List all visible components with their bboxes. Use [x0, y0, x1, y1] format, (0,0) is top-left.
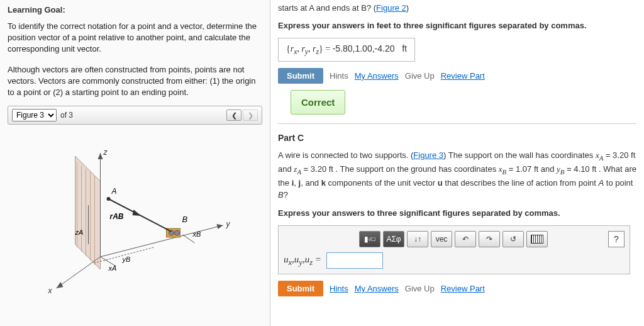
- svg-text:zA: zA: [75, 228, 84, 236]
- part-b-answer-box: {rx, ry, rz} = -5.80,1.00,-4.20 ft: [278, 38, 415, 62]
- separator: [278, 123, 636, 124]
- learning-goal-title: Learning Goal:: [8, 5, 262, 14]
- figure-3-link[interactable]: Figure 3: [413, 150, 443, 160]
- my-answers-link-b[interactable]: My Answers: [355, 71, 399, 81]
- answer-input-c[interactable]: [326, 252, 383, 269]
- part-c-header: Part C: [278, 133, 636, 143]
- svg-text:yB: yB: [122, 256, 131, 263]
- figure-image: z x y A yB B xB rAB: [8, 131, 262, 295]
- give-up-link-b[interactable]: Give Up: [405, 71, 435, 81]
- svg-text:y: y: [226, 220, 231, 228]
- svg-text:B: B: [182, 215, 188, 224]
- undo-button[interactable]: ↶: [455, 231, 476, 247]
- svg-marker-13: [217, 224, 223, 229]
- svg-text:rAB: rAB: [110, 212, 124, 221]
- svg-text:xA: xA: [108, 264, 117, 272]
- hints-link-c[interactable]: Hints: [330, 284, 348, 293]
- subscript-tool-button[interactable]: ↓↑: [407, 231, 428, 247]
- svg-text:xB: xB: [192, 230, 201, 238]
- svg-marker-0: [75, 156, 101, 269]
- help-button[interactable]: ?: [608, 231, 625, 247]
- svg-marker-7: [98, 153, 103, 159]
- my-answers-link-c[interactable]: My Answers: [355, 284, 399, 293]
- hints-link-b[interactable]: Hints: [330, 71, 348, 81]
- greek-tool-button[interactable]: ΑΣφ: [383, 231, 404, 247]
- svg-marker-26: [133, 210, 142, 216]
- svg-line-12: [101, 225, 223, 257]
- figure-select[interactable]: Figure 3: [12, 109, 57, 121]
- give-up-link-c[interactable]: Give Up: [405, 284, 435, 293]
- review-part-link-c[interactable]: Review Part: [441, 284, 485, 293]
- part-c-description: A wire is connected to two supports. (Fi…: [278, 149, 636, 201]
- figure-toolbar: Figure 3 of 3 ❮ ❯: [8, 106, 262, 125]
- figure-2-link[interactable]: Figure 2: [376, 3, 406, 13]
- part-b-intro: starts at A and ends at B? (Figure 2): [278, 3, 636, 14]
- part-b-instruction: Express your answers in feet to three si…: [278, 20, 636, 31]
- svg-marker-10: [57, 282, 64, 288]
- figure-next-button[interactable]: ❯: [243, 110, 258, 121]
- keyboard-icon[interactable]: [526, 231, 548, 247]
- part-c-submit-row: Submit Hints My Answers Give Up Review P…: [278, 281, 636, 296]
- learning-goal-p1: To identify the correct notation for a p…: [8, 21, 262, 55]
- learning-goal-p2: Although vectors are often constructed f…: [8, 64, 262, 99]
- review-part-link-b[interactable]: Review Part: [441, 71, 485, 81]
- svg-text:z: z: [103, 148, 108, 157]
- correct-feedback: Correct: [291, 90, 345, 115]
- part-b-submit-row: Submit Hints My Answers Give Up Review P…: [278, 68, 636, 84]
- template-tool-icon[interactable]: ▮√☐: [359, 231, 380, 247]
- svg-text:A: A: [111, 187, 117, 196]
- part-c-instruction: Express your answers to three significan…: [278, 208, 636, 219]
- submit-button-b[interactable]: Submit: [278, 68, 323, 84]
- submit-button-c[interactable]: Submit: [278, 281, 323, 296]
- answer-label-c: ux,uy,uz =: [284, 254, 321, 267]
- figure-prev-button[interactable]: ❮: [226, 110, 242, 121]
- redo-button[interactable]: ↷: [479, 231, 500, 247]
- answer-palette: ▮√☐ ΑΣφ ↓↑ vec ↶ ↷ ↺ ? ux,uy,uz =: [278, 225, 630, 274]
- figure-of-text: of 3: [60, 111, 73, 120]
- reset-button[interactable]: ↺: [502, 231, 524, 247]
- svg-line-9: [57, 257, 101, 288]
- svg-text:x: x: [48, 286, 53, 295]
- vec-tool-button[interactable]: vec: [431, 231, 452, 247]
- svg-point-21: [175, 230, 180, 235]
